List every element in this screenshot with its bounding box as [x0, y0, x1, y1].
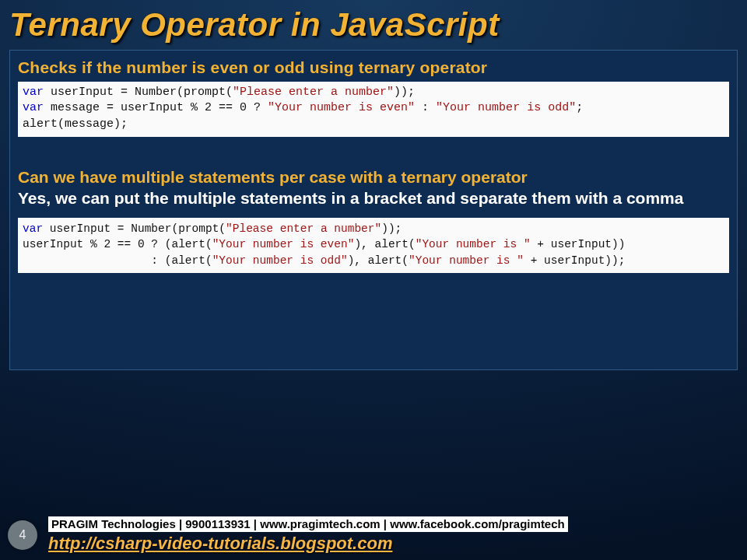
code-text: ; [576, 101, 583, 114]
section1-heading: Checks if the number is even or odd usin… [18, 58, 729, 77]
code-text: + userInput)) [531, 238, 626, 250]
str: "Please enter a number" [233, 86, 394, 99]
code-text: + userInput)); [524, 254, 626, 267]
slide-title: Ternary Operator in JavaScript [0, 0, 747, 48]
footer-link[interactable]: http://csharp-video-tutorials.blogspot.c… [48, 534, 738, 554]
code-text: )); [381, 222, 402, 235]
code-block-1: var userInput = Number(prompt("Please en… [18, 82, 729, 137]
section2-heading: Can we have multiple statements per case… [18, 168, 729, 187]
footer-company-line: PRAGIM Technologies | 9900113931 | www.p… [48, 516, 568, 532]
kw-var: var [23, 86, 44, 99]
str: "Your number is even" [212, 238, 355, 250]
kw-var: var [23, 101, 44, 114]
code-text: message = userInput % 2 == 0 ? [44, 101, 268, 114]
page-number-badge: 4 [8, 520, 37, 550]
str: "Please enter a number" [226, 222, 381, 235]
code-text: : [415, 101, 436, 114]
code-text: )); [394, 86, 415, 99]
code-text: : (alert( [23, 254, 212, 267]
code-text: userInput = Number(prompt( [43, 222, 226, 235]
str: "Your number is odd" [436, 101, 576, 114]
code-block-2: var userInput = Number(prompt("Please en… [18, 218, 729, 273]
code-text: alert(message); [23, 117, 128, 131]
code-text: userInput % 2 == 0 ? (alert( [23, 238, 212, 250]
content-box: Checks if the number is even or odd usin… [9, 50, 738, 370]
footer-text: PRAGIM Technologies | 9900113931 | www.p… [48, 516, 738, 554]
str: "Your number is " [409, 254, 524, 267]
section2-answer: Yes, we can put the multiple statements … [18, 188, 729, 208]
code-text: ), alert( [354, 238, 415, 250]
str: "Your number is even" [268, 101, 415, 114]
str: "Your number is " [416, 238, 531, 250]
kw-var: var [23, 222, 43, 235]
str: "Your number is odd" [212, 254, 348, 267]
footer: 4 PRAGIM Technologies | 9900113931 | www… [0, 516, 747, 554]
code-text: ), alert( [348, 254, 409, 267]
code-text: userInput = Number(prompt( [44, 86, 233, 99]
